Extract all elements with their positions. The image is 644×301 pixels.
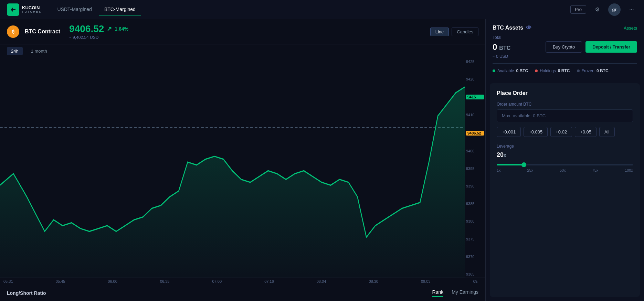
leverage-marks: 1x 25x 50x 75x 100x [497,168,633,172]
mark-75x: 75x [592,168,599,172]
logo-sub: FUTURES [22,10,42,13]
deposit-button[interactable]: Deposit / Transfer [585,41,637,53]
time-0804: 08:04 [317,279,326,283]
logo: KUCOIN FUTURES [7,3,42,16]
eye-icon[interactable]: 👁 [526,25,531,31]
available-label: Available [497,68,514,73]
time-24h-button[interactable]: 24h [7,47,23,55]
time-controls: 24h 1 month [0,44,485,58]
assets-total-label: Total [493,35,637,40]
holdings-value: 0 BTC [558,68,570,73]
amount-btn-0001[interactable]: +0.001 [497,127,521,137]
tab-rank[interactable]: Rank [432,289,444,297]
chart-line-button[interactable]: Line [430,28,449,36]
time-09end: 09: [473,279,478,283]
time-1month-button[interactable]: 1 month [27,47,51,55]
price-main: 9406.52 ↗ 1.64% [69,23,128,34]
header-right: Pro ⚙ gr ··· [570,3,637,16]
leverage-fill [497,164,524,165]
right-panel: BTC Assets 👁 Assets Total 0 BTC Buy Cryp… [486,19,644,301]
price-9425: 9425 [466,60,484,64]
frozen-value: 0 BTC [597,68,609,73]
leverage-value: 20x [497,151,633,159]
assets-header: BTC Assets 👁 Assets [493,25,637,31]
nav-btc-margined[interactable]: BTC-Margined [99,4,141,15]
order-amount-label: Order amount BTC [497,102,633,107]
frozen-item: Frozen 0 BTC [577,68,609,73]
assets-usd: ≈ 0 USD [493,54,637,59]
chart-area: ₿ BTC Contract 9406.52 ↗ 1.64% ≈ 9,402.5… [0,19,486,301]
assets-section: BTC Assets 👁 Assets Total 0 BTC Buy Cryp… [486,19,644,79]
long-short-title: Long/Short Ratio [7,290,46,296]
time-0903: 09:03 [421,279,431,283]
settings-icon[interactable]: ⚙ [592,4,603,15]
amount-buttons: +0.001 +0.005 +0.02 +0.05 All [497,127,633,137]
chart-svg [0,58,465,278]
buy-crypto-button[interactable]: Buy Crypto [546,41,582,53]
assets-progress-bar [493,63,637,64]
header: KUCOIN FUTURES USDT-Margined BTC-Margine… [0,0,644,19]
bottom-tabs: Rank My Earnings [432,289,479,297]
mark-1x: 1x [497,168,501,172]
price-usd: ≈ 9,402.54 USD [69,35,128,40]
logo-text: KUCOIN FUTURES [22,6,42,13]
price-up-arrow: ↗ [107,25,112,33]
time-0600: 06:00 [108,279,117,283]
frozen-dot [577,69,580,72]
nav-usdt-margined[interactable]: USDT-Margined [52,4,97,15]
time-0531: 05:31 [3,279,13,283]
logo-icon [7,3,19,16]
amount-btn-005[interactable]: +0.05 [575,127,597,137]
assets-total-value: 0 BTC [493,42,510,52]
price-9406-tag: 9406.52 [466,131,484,136]
place-order-section: Place Order Order amount BTC Max. availa… [490,83,640,297]
more-icon[interactable]: ··· [626,4,637,15]
time-0635: 06:35 [160,279,170,283]
avatar[interactable]: gr [608,3,621,16]
time-0716: 07:16 [264,279,274,283]
price-axis: 9425 9420 9415 9410 9406.52 9400 9395 93… [465,58,485,278]
holdings-dot [535,69,538,72]
assets-title: BTC Assets 👁 [493,25,531,31]
chart-header: ₿ BTC Contract 9406.52 ↗ 1.64% ≈ 9,402.5… [0,19,485,44]
assets-total-row: 0 BTC Buy Crypto Deposit / Transfer [493,41,637,53]
frozen-label: Frozen [582,68,594,73]
assets-breakdown: Available 0 BTC Holdings 0 BTC Frozen 0 … [493,68,637,73]
tab-my-earnings[interactable]: My Earnings [452,289,478,297]
time-0545: 05:45 [56,279,65,283]
price-value: 9406.52 [69,23,104,34]
leverage-label: Leverage [497,144,633,149]
amount-btn-002[interactable]: +0.02 [550,127,572,137]
available-value: 0 BTC [516,68,528,73]
time-0830: 08:30 [369,279,378,283]
price-change: 1.64% [115,26,128,32]
chart-canvas-wrapper: 9425 9420 9415 9410 9406.52 9400 9395 93… [0,58,485,278]
leverage-thumb[interactable] [521,162,526,167]
available-dot [493,69,495,72]
chart-controls: Line Candles [430,28,478,36]
leverage-track [497,164,633,165]
mark-100x: 100x [625,168,633,172]
holdings-label: Holdings [540,68,556,73]
place-order-title: Place Order [497,90,633,96]
amount-btn-all[interactable]: All [599,127,614,137]
btc-icon: ₿ [7,25,19,38]
mark-25x: 25x [527,168,533,172]
amount-btn-0005[interactable]: +0.005 [524,127,548,137]
nav-links: USDT-Margined BTC-Margined [52,4,141,15]
bottom-section: Long/Short Ratio Rank My Earnings [0,285,485,301]
time-0700: 07:00 [212,279,222,283]
assets-currency: BTC [499,45,510,51]
assets-link[interactable]: Assets [624,25,637,31]
pro-button[interactable]: Pro [570,5,586,14]
order-max-available: Max. available: 0 BTC [497,109,633,122]
contract-title: BTC Contract [25,29,60,35]
mark-50x: 50x [560,168,566,172]
main-layout: ₿ BTC Contract 9406.52 ↗ 1.64% ≈ 9,402.5… [0,19,644,301]
chart-candles-button[interactable]: Candles [452,28,478,36]
holdings-item: Holdings 0 BTC [535,68,570,73]
leverage-slider[interactable] [497,164,633,165]
available-item: Available 0 BTC [493,68,528,73]
assets-action-buttons: Buy Crypto Deposit / Transfer [546,41,637,53]
logo-name: KUCOIN [22,6,42,10]
